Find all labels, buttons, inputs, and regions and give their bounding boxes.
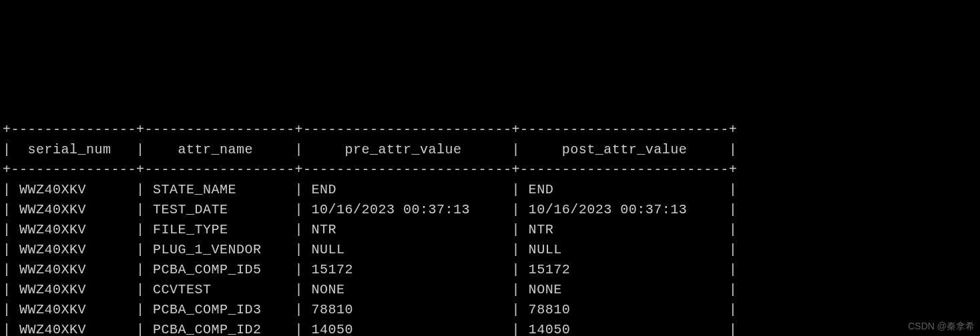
table-row: | WWZ40XKV | TEST_DATE | 10/16/2023 00:3…	[3, 200, 977, 220]
table-row: | WWZ40XKV | FILE_TYPE | NTR | NTR |	[3, 220, 977, 240]
table-row: | WWZ40XKV | PCBA_COMP_ID3 | 78810 | 788…	[3, 300, 977, 320]
table-row: | serial_num | attr_name | pre_attr_valu…	[3, 140, 977, 160]
table-row: | WWZ40XKV | PCBA_COMP_ID2 | 14050 | 140…	[3, 320, 977, 336]
terminal-output: +---------------+------------------+----…	[0, 100, 980, 336]
result-table: +---------------+------------------+----…	[3, 120, 977, 336]
watermark: CSDN @秦拿希	[908, 319, 975, 333]
table-row: +---------------+------------------+----…	[3, 160, 977, 180]
table-row: +---------------+------------------+----…	[3, 120, 977, 140]
table-row: | WWZ40XKV | PCBA_COMP_ID5 | 15172 | 151…	[3, 260, 977, 280]
table-row: | WWZ40XKV | PLUG_1_VENDOR | NULL | NULL…	[3, 240, 977, 260]
table-row: | WWZ40XKV | CCVTEST | NONE | NONE |	[3, 280, 977, 300]
table-row: | WWZ40XKV | STATE_NAME | END | END |	[3, 180, 977, 200]
